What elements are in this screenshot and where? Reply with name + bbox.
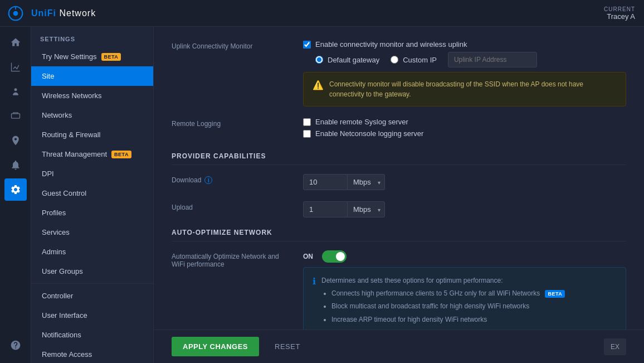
default-gateway-radio[interactable] bbox=[315, 56, 323, 64]
auto-optimize-row: Automatically Optimize Network and WiFi … bbox=[172, 250, 626, 330]
auto-optimize-bullets: Connects high performance clients to 5 G… bbox=[321, 288, 565, 325]
download-unit-select[interactable]: Mbps Kbps Gbps bbox=[348, 174, 385, 190]
default-gateway-label: Default gateway bbox=[328, 56, 379, 64]
download-control: Mbps Kbps Gbps bbox=[303, 174, 626, 190]
custom-ip-radio[interactable] bbox=[391, 56, 398, 64]
auto-optimize-label: Automatically Optimize Network and WiFi … bbox=[172, 250, 294, 268]
sidebar-item-guest-control[interactable]: Guest Control bbox=[31, 183, 153, 203]
threat-management-badge: BETA bbox=[111, 151, 131, 158]
admins-label: Admins bbox=[42, 248, 66, 256]
sidebar-item-user-groups[interactable]: User Groups bbox=[31, 262, 153, 281]
enable-connectivity-label: Enable connectivity monitor and wireless… bbox=[315, 40, 467, 49]
download-info-icon: i bbox=[204, 176, 212, 184]
nav-map[interactable] bbox=[4, 129, 27, 152]
upload-control: Mbps Kbps Gbps bbox=[303, 201, 626, 217]
app-name: UniFi Network bbox=[31, 8, 604, 18]
uplink-ip-input[interactable] bbox=[448, 52, 537, 67]
sidebar-item-controller[interactable]: Controller bbox=[31, 286, 153, 306]
sidebar-item-site[interactable]: Site bbox=[31, 66, 153, 86]
nav-devices[interactable] bbox=[4, 105, 27, 127]
download-unit-wrapper: Mbps Kbps Gbps bbox=[348, 174, 385, 190]
settings-sidebar: SETTINGS Try New Settings BETA Site Wire… bbox=[31, 27, 154, 363]
uplink-row: Uplink Connectivity Monitor Enable conne… bbox=[172, 40, 626, 107]
user-interface-label: User Interface bbox=[42, 311, 87, 320]
threat-management-label: Threat Management bbox=[42, 150, 107, 158]
upload-label: Upload bbox=[172, 201, 294, 211]
svg-rect-4 bbox=[11, 114, 19, 118]
bullet-0-badge: BETA bbox=[545, 290, 565, 298]
provider-capabilities-heading: PROVIDER CAPABILITIES bbox=[172, 152, 626, 165]
download-label: Download i bbox=[172, 174, 294, 184]
warning-icon: ⚠️ bbox=[313, 80, 324, 90]
nav-stats[interactable] bbox=[4, 56, 27, 78]
wireless-networks-label: Wireless Networks bbox=[42, 91, 102, 100]
warning-text: Connectivity monitor will disable broadc… bbox=[329, 79, 617, 99]
main-content: Uplink Connectivity Monitor Enable conne… bbox=[154, 27, 644, 330]
netconsole-label: Enable Netconsole logging server bbox=[315, 129, 423, 138]
svg-point-3 bbox=[14, 88, 17, 91]
bullet-1: Block multicast and broadcast traffic fo… bbox=[331, 301, 565, 312]
icon-sidebar bbox=[0, 27, 31, 363]
upload-unit-select[interactable]: Mbps Kbps Gbps bbox=[348, 201, 385, 217]
upload-row: Upload Mbps Kbps Gbps bbox=[172, 201, 626, 217]
upload-unit-wrapper: Mbps Kbps Gbps bbox=[348, 201, 385, 217]
toggle-on-label: ON bbox=[303, 253, 313, 260]
sidebar-item-services[interactable]: Services bbox=[31, 222, 153, 242]
sidebar-item-user-interface[interactable]: User Interface bbox=[31, 306, 153, 325]
upload-value-input[interactable] bbox=[303, 201, 348, 217]
profiles-label: Profiles bbox=[42, 209, 66, 217]
sidebar-item-networks[interactable]: Networks bbox=[31, 105, 153, 125]
uplink-warning: ⚠️ Connectivity monitor will disable bro… bbox=[303, 72, 626, 107]
current-user: CURRENT Tracey A bbox=[604, 6, 635, 21]
syslog-checkbox[interactable] bbox=[303, 118, 311, 126]
remote-logging-label: Remote Logging bbox=[172, 118, 294, 128]
enable-connectivity-checkbox[interactable] bbox=[303, 41, 311, 49]
reset-button[interactable]: RESET bbox=[266, 337, 309, 356]
auto-optimize-info-text: Determines and sets these options for op… bbox=[321, 275, 565, 330]
netconsole-row: Enable Netconsole logging server bbox=[303, 129, 626, 138]
syslog-row: Enable remote Syslog server bbox=[303, 118, 626, 126]
sidebar-item-routing-firewall[interactable]: Routing & Firewall bbox=[31, 125, 153, 144]
nav-settings[interactable] bbox=[4, 178, 27, 201]
sidebar-item-threat-management[interactable]: Threat Management BETA bbox=[31, 144, 153, 164]
routing-firewall-label: Routing & Firewall bbox=[42, 130, 101, 139]
settings-title: SETTINGS bbox=[31, 27, 153, 47]
try-new-settings-label: Try New Settings bbox=[42, 52, 97, 61]
sidebar-item-dpi[interactable]: DPI bbox=[31, 164, 153, 183]
auto-optimize-toggle[interactable] bbox=[322, 250, 347, 263]
nav-clients[interactable] bbox=[4, 80, 27, 103]
netconsole-checkbox[interactable] bbox=[303, 130, 311, 138]
dpi-label: DPI bbox=[42, 170, 54, 178]
user-groups-label: User Groups bbox=[42, 267, 83, 275]
sidebar-item-admins[interactable]: Admins bbox=[31, 242, 153, 262]
bullet-0: Connects high performance clients to 5 G… bbox=[331, 288, 565, 299]
remote-access-label: Remote Access bbox=[42, 350, 92, 359]
logo[interactable] bbox=[0, 6, 31, 21]
download-value-input[interactable] bbox=[303, 174, 348, 190]
auto-optimize-toggle-row: ON bbox=[303, 250, 626, 263]
download-row: Download i Mbps Kbps Gbps bbox=[172, 174, 626, 190]
auto-optimize-heading: AUTO-OPTIMIZE NETWORK bbox=[172, 229, 626, 241]
download-input-group: Mbps Kbps Gbps bbox=[303, 174, 626, 190]
services-label: Services bbox=[42, 228, 70, 236]
sidebar-item-remote-access[interactable]: Remote Access bbox=[31, 345, 153, 363]
site-label: Site bbox=[42, 72, 54, 80]
bottom-bar: APPLY CHANGES RESET EX bbox=[154, 330, 644, 363]
sidebar-item-wireless-networks[interactable]: Wireless Networks bbox=[31, 86, 153, 105]
guest-control-label: Guest Control bbox=[42, 189, 86, 197]
sidebar-item-notifications[interactable]: Notifications bbox=[31, 325, 153, 345]
nav-alerts[interactable] bbox=[4, 154, 27, 176]
topbar: UniFi Network CURRENT Tracey A bbox=[0, 0, 644, 27]
sidebar-item-try-new-settings[interactable]: Try New Settings BETA bbox=[31, 47, 153, 66]
expand-button[interactable]: EX bbox=[604, 338, 626, 355]
apply-changes-button[interactable]: APPLY CHANGES bbox=[172, 337, 259, 356]
sidebar-item-profiles[interactable]: Profiles bbox=[31, 203, 153, 222]
remote-logging-row: Remote Logging Enable remote Syslog serv… bbox=[172, 118, 626, 141]
nav-home[interactable] bbox=[4, 31, 27, 54]
auto-optimize-info: ℹ Determines and sets these options for … bbox=[303, 267, 626, 330]
try-new-settings-badge: BETA bbox=[101, 53, 121, 61]
networks-label: Networks bbox=[42, 111, 72, 119]
uplink-label: Uplink Connectivity Monitor bbox=[172, 40, 294, 50]
toggle-slider bbox=[322, 250, 347, 263]
nav-help[interactable] bbox=[4, 334, 27, 356]
